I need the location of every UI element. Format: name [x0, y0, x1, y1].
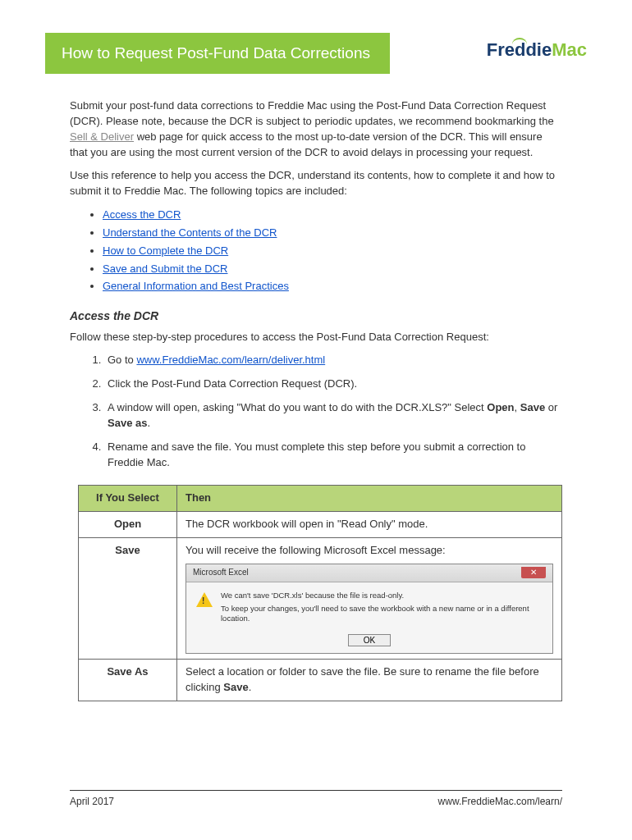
toc-link-save[interactable]: Save and Submit the DCR	[103, 262, 227, 275]
excel-titlebar: Microsoft Excel ✕	[186, 564, 552, 582]
excel-dialog: Microsoft Excel ✕ We can't save 'DCR.xls…	[185, 564, 553, 654]
cell-open-key: Open	[79, 512, 177, 538]
toc-link-access[interactable]: Access the DCR	[103, 208, 181, 221]
section-heading-access: Access the DCR	[70, 308, 562, 324]
toc-link-general[interactable]: General Information and Best Practices	[103, 280, 289, 292]
page-title: How to Request Post-Fund Data Correction…	[62, 44, 370, 62]
result-table: If You Select Then Open The DCR workbook…	[78, 485, 562, 701]
toc-link-complete[interactable]: How to Complete the DCR	[103, 244, 228, 257]
cell-open-value: The DCR workbook will open in "Read Only…	[177, 512, 562, 538]
sell-deliver-link[interactable]: Sell & Deliver	[70, 130, 134, 143]
excel-dialog-title: Microsoft Excel	[193, 567, 249, 579]
step-3: A window will open, asking "What do you …	[104, 400, 562, 431]
cell-save-key: Save	[79, 538, 177, 660]
excel-msg-line2: To keep your changes, you'll need to sav…	[221, 604, 543, 624]
step-1: Go to www.FreddieMac.com/learn/deliver.h…	[104, 353, 562, 368]
table-row: Save As Select a location or folder to s…	[79, 660, 562, 701]
freddie-mac-logo: FreddieMac	[487, 39, 587, 61]
cell-saveas-value: Select a location or folder to save the …	[177, 660, 562, 701]
table-row: Open The DCR workbook will open in "Read…	[79, 512, 562, 538]
toc-link-understand[interactable]: Understand the Contents of the DCR	[103, 226, 277, 239]
intro-paragraph-1: Submit your post-fund data corrections t…	[70, 98, 562, 160]
intro-paragraph-2: Use this reference to help you access th…	[70, 168, 562, 199]
footer-date: April 2017	[70, 796, 114, 807]
table-header-select: If You Select	[79, 486, 177, 512]
step-4: Rename and save the file. You must compl…	[104, 440, 562, 471]
page-title-bar: How to Request Post-Fund Data Correction…	[45, 33, 390, 74]
footer-url: www.FreddieMac.com/learn/	[438, 796, 562, 807]
page-footer: April 2017 www.FreddieMac.com/learn/	[70, 790, 562, 807]
deliver-url-link[interactable]: www.FreddieMac.com/learn/deliver.html	[136, 354, 325, 366]
excel-msg-line1: We can't save 'DCR.xls' because the file…	[221, 591, 543, 600]
warning-icon	[196, 592, 213, 607]
cell-save-value: You will receive the following Microsoft…	[177, 538, 562, 660]
access-intro: Follow these step-by-step procedures to …	[70, 330, 562, 345]
access-steps: Go to www.FreddieMac.com/learn/deliver.h…	[70, 353, 562, 470]
header-row: How to Request Post-Fund Data Correction…	[45, 33, 587, 74]
step-2: Click the Post-Fund Data Correction Requ…	[104, 377, 562, 392]
cell-saveas-key: Save As	[79, 660, 177, 701]
table-header-then: Then	[177, 486, 562, 512]
toc-list: Access the DCR Understand the Contents o…	[70, 208, 562, 294]
logo-mac-text: Mac	[552, 39, 587, 60]
ok-button[interactable]: OK	[348, 634, 391, 646]
close-icon[interactable]: ✕	[521, 567, 546, 578]
table-row: Save You will receive the following Micr…	[79, 538, 562, 660]
